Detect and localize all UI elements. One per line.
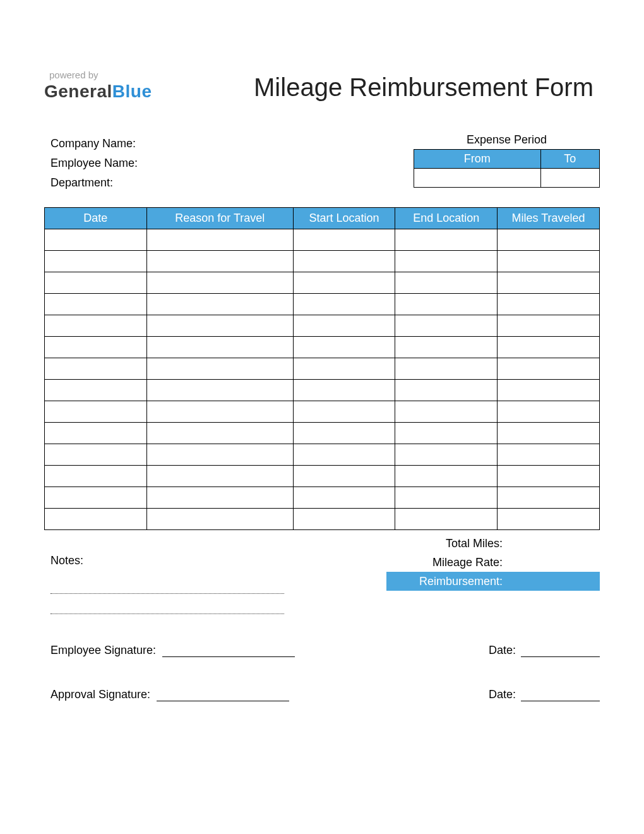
cell-miles[interactable] <box>498 337 600 358</box>
reimbursement-value[interactable] <box>506 572 600 591</box>
table-row <box>45 466 600 487</box>
cell-start[interactable] <box>293 444 395 466</box>
period-to-input[interactable] <box>540 169 599 188</box>
cell-miles[interactable] <box>498 466 600 487</box>
table-row <box>45 444 600 466</box>
approval-date-line[interactable] <box>521 687 600 701</box>
col-end-header: End Location <box>395 208 498 229</box>
cell-reason[interactable] <box>146 401 293 423</box>
cell-reason[interactable] <box>146 294 293 315</box>
cell-start[interactable] <box>293 229 395 251</box>
logo-text: GeneralBlue <box>44 82 152 102</box>
cell-end[interactable] <box>395 315 498 337</box>
notes-line-2[interactable] <box>51 601 284 614</box>
cell-miles[interactable] <box>498 401 600 423</box>
cell-date[interactable] <box>45 294 147 315</box>
table-row <box>45 358 600 380</box>
cell-miles[interactable] <box>498 358 600 380</box>
cell-start[interactable] <box>293 487 395 509</box>
cell-date[interactable] <box>45 358 147 380</box>
cell-end[interactable] <box>395 466 498 487</box>
period-from-input[interactable] <box>414 169 541 188</box>
approval-signature-line[interactable] <box>157 687 289 701</box>
mileage-rate-value[interactable] <box>506 553 600 572</box>
cell-date[interactable] <box>45 337 147 358</box>
table-row <box>45 509 600 530</box>
mileage-rate-label: Mileage Rate: <box>386 556 506 569</box>
cell-date[interactable] <box>45 423 147 444</box>
cell-miles[interactable] <box>498 251 600 272</box>
cell-miles[interactable] <box>498 487 600 509</box>
cell-end[interactable] <box>395 229 498 251</box>
cell-end[interactable] <box>395 401 498 423</box>
employee-date-line[interactable] <box>521 643 600 657</box>
cell-reason[interactable] <box>146 509 293 530</box>
cell-end[interactable] <box>395 509 498 530</box>
cell-date[interactable] <box>45 315 147 337</box>
cell-miles[interactable] <box>498 509 600 530</box>
cell-start[interactable] <box>293 294 395 315</box>
cell-start[interactable] <box>293 466 395 487</box>
table-row <box>45 487 600 509</box>
employee-date-label: Date: <box>489 644 516 657</box>
cell-start[interactable] <box>293 423 395 444</box>
cell-date[interactable] <box>45 229 147 251</box>
cell-miles[interactable] <box>498 380 600 401</box>
table-row <box>45 229 600 251</box>
cell-miles[interactable] <box>498 272 600 294</box>
cell-miles[interactable] <box>498 423 600 444</box>
cell-start[interactable] <box>293 337 395 358</box>
cell-end[interactable] <box>395 251 498 272</box>
cell-miles[interactable] <box>498 315 600 337</box>
cell-reason[interactable] <box>146 358 293 380</box>
cell-reason[interactable] <box>146 229 293 251</box>
cell-reason[interactable] <box>146 423 293 444</box>
table-row <box>45 315 600 337</box>
cell-date[interactable] <box>45 466 147 487</box>
cell-start[interactable] <box>293 509 395 530</box>
cell-date[interactable] <box>45 380 147 401</box>
cell-start[interactable] <box>293 251 395 272</box>
cell-date[interactable] <box>45 401 147 423</box>
table-row <box>45 337 600 358</box>
cell-end[interactable] <box>395 423 498 444</box>
cell-start[interactable] <box>293 380 395 401</box>
cell-end[interactable] <box>395 380 498 401</box>
cell-reason[interactable] <box>146 487 293 509</box>
employee-signature-row: Employee Signature: Date: <box>51 643 600 657</box>
period-to-header: To <box>540 150 599 169</box>
cell-start[interactable] <box>293 401 395 423</box>
cell-reason[interactable] <box>146 251 293 272</box>
cell-reason[interactable] <box>146 337 293 358</box>
cell-date[interactable] <box>45 272 147 294</box>
cell-end[interactable] <box>395 444 498 466</box>
cell-end[interactable] <box>395 272 498 294</box>
total-miles-value[interactable] <box>506 534 600 553</box>
table-row <box>45 401 600 423</box>
cell-reason[interactable] <box>146 444 293 466</box>
col-miles-header: Miles Traveled <box>498 208 600 229</box>
cell-reason[interactable] <box>146 380 293 401</box>
total-miles-label: Total Miles: <box>386 537 506 550</box>
cell-reason[interactable] <box>146 466 293 487</box>
cell-date[interactable] <box>45 487 147 509</box>
logo-part-blue: Blue <box>112 82 152 101</box>
cell-date[interactable] <box>45 444 147 466</box>
cell-start[interactable] <box>293 358 395 380</box>
approval-signature-label: Approval Signature: <box>51 688 150 701</box>
cell-end[interactable] <box>395 358 498 380</box>
cell-date[interactable] <box>45 509 147 530</box>
cell-miles[interactable] <box>498 229 600 251</box>
cell-end[interactable] <box>395 337 498 358</box>
cell-end[interactable] <box>395 294 498 315</box>
notes-line-1[interactable] <box>51 581 284 594</box>
cell-miles[interactable] <box>498 444 600 466</box>
cell-reason[interactable] <box>146 315 293 337</box>
cell-end[interactable] <box>395 487 498 509</box>
cell-date[interactable] <box>45 251 147 272</box>
cell-start[interactable] <box>293 272 395 294</box>
cell-start[interactable] <box>293 315 395 337</box>
cell-reason[interactable] <box>146 272 293 294</box>
employee-signature-line[interactable] <box>162 643 295 657</box>
cell-miles[interactable] <box>498 294 600 315</box>
